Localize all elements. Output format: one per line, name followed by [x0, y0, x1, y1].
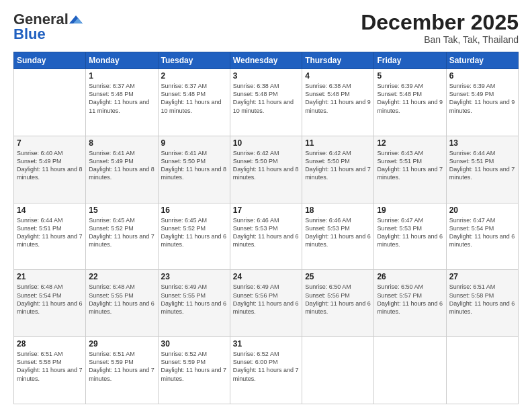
- daylight-text: Daylight: 11 hours and 9 minutes.: [449, 98, 515, 114]
- table-row: 30 Sunrise: 6:52 AM Sunset: 5:59 PM Dayl…: [158, 337, 230, 404]
- day-info: Sunrise: 6:44 AM Sunset: 5:51 PM Dayligh…: [17, 216, 83, 249]
- daylight-text: Daylight: 11 hours and 6 minutes.: [449, 300, 515, 316]
- sunset-text: Sunset: 5:59 PM: [89, 358, 154, 366]
- sunrise-text: Sunrise: 6:45 AM: [161, 216, 227, 224]
- day-number: 27: [449, 272, 515, 281]
- day-number: 5: [377, 71, 443, 81]
- day-number: 15: [89, 205, 154, 215]
- day-number: 2: [161, 71, 227, 81]
- day-number: 13: [449, 138, 515, 148]
- day-info: Sunrise: 6:37 AM Sunset: 5:48 PM Dayligh…: [89, 82, 154, 115]
- sunset-text: Sunset: 5:49 PM: [89, 157, 154, 165]
- sunrise-text: Sunrise: 6:49 AM: [161, 283, 227, 291]
- day-info: Sunrise: 6:51 AM Sunset: 5:59 PM Dayligh…: [89, 350, 154, 383]
- daylight-text: Daylight: 11 hours and 9 minutes.: [377, 98, 443, 114]
- sunset-text: Sunset: 5:59 PM: [161, 358, 227, 366]
- table-row: [374, 337, 446, 404]
- sunrise-text: Sunrise: 6:42 AM: [233, 149, 299, 157]
- day-number: 30: [161, 339, 227, 349]
- day-info: Sunrise: 6:50 AM Sunset: 5:56 PM Dayligh…: [305, 283, 371, 316]
- table-row: 7 Sunrise: 6:40 AM Sunset: 5:49 PM Dayli…: [14, 136, 86, 203]
- sunset-text: Sunset: 5:50 PM: [161, 157, 227, 165]
- sunrise-text: Sunrise: 6:47 AM: [449, 216, 515, 224]
- day-info: Sunrise: 6:41 AM Sunset: 5:49 PM Dayligh…: [89, 149, 154, 182]
- day-info: Sunrise: 6:38 AM Sunset: 5:48 PM Dayligh…: [233, 82, 299, 115]
- table-row: 29 Sunrise: 6:51 AM Sunset: 5:59 PM Dayl…: [86, 337, 158, 404]
- table-row: 21 Sunrise: 6:48 AM Sunset: 5:54 PM Dayl…: [14, 270, 86, 337]
- table-row: 9 Sunrise: 6:41 AM Sunset: 5:50 PM Dayli…: [158, 136, 230, 203]
- day-info: Sunrise: 6:52 AM Sunset: 5:59 PM Dayligh…: [161, 350, 227, 383]
- logo: General Blue: [13, 11, 83, 43]
- table-row: 25 Sunrise: 6:50 AM Sunset: 5:56 PM Dayl…: [302, 270, 374, 337]
- location: Ban Tak, Tak, Thailand: [361, 34, 519, 45]
- col-thursday: Thursday: [302, 52, 374, 69]
- table-row: 8 Sunrise: 6:41 AM Sunset: 5:49 PM Dayli…: [86, 136, 158, 203]
- daylight-text: Daylight: 11 hours and 8 minutes.: [161, 165, 227, 181]
- sunset-text: Sunset: 5:49 PM: [449, 90, 515, 98]
- sunrise-text: Sunrise: 6:49 AM: [233, 283, 299, 291]
- sunrise-text: Sunrise: 6:38 AM: [233, 82, 299, 90]
- table-row: 14 Sunrise: 6:44 AM Sunset: 5:51 PM Dayl…: [14, 203, 86, 270]
- sunset-text: Sunset: 5:58 PM: [449, 291, 515, 300]
- table-row: 12 Sunrise: 6:43 AM Sunset: 5:51 PM Dayl…: [374, 136, 446, 203]
- day-info: Sunrise: 6:49 AM Sunset: 5:56 PM Dayligh…: [233, 283, 299, 316]
- sunrise-text: Sunrise: 6:39 AM: [377, 82, 443, 90]
- daylight-text: Daylight: 11 hours and 11 minutes.: [89, 98, 154, 114]
- day-number: 31: [233, 339, 299, 349]
- day-info: Sunrise: 6:42 AM Sunset: 5:50 PM Dayligh…: [233, 149, 299, 182]
- day-number: 29: [89, 339, 154, 349]
- table-row: 2 Sunrise: 6:37 AM Sunset: 5:48 PM Dayli…: [158, 69, 230, 136]
- daylight-text: Daylight: 11 hours and 6 minutes.: [449, 232, 515, 248]
- sunset-text: Sunset: 5:51 PM: [449, 157, 515, 165]
- sunset-text: Sunset: 5:56 PM: [305, 291, 371, 300]
- col-sunday: Sunday: [14, 52, 86, 69]
- daylight-text: Daylight: 11 hours and 8 minutes.: [89, 165, 154, 181]
- sunrise-text: Sunrise: 6:50 AM: [305, 283, 371, 291]
- sunrise-text: Sunrise: 6:48 AM: [89, 283, 154, 291]
- day-number: 23: [161, 272, 227, 281]
- day-info: Sunrise: 6:40 AM Sunset: 5:49 PM Dayligh…: [17, 149, 83, 182]
- calendar: Sunday Monday Tuesday Wednesday Thursday…: [13, 52, 519, 404]
- day-info: Sunrise: 6:41 AM Sunset: 5:50 PM Dayligh…: [161, 149, 227, 182]
- day-number: 11: [305, 138, 371, 148]
- sunset-text: Sunset: 5:54 PM: [17, 291, 83, 300]
- col-saturday: Saturday: [446, 52, 518, 69]
- day-info: Sunrise: 6:39 AM Sunset: 5:49 PM Dayligh…: [449, 82, 515, 115]
- table-row: [14, 69, 86, 136]
- day-number: 28: [17, 339, 83, 349]
- day-number: 6: [449, 71, 515, 81]
- sunrise-text: Sunrise: 6:45 AM: [89, 216, 154, 224]
- daylight-text: Daylight: 11 hours and 7 minutes.: [17, 232, 83, 248]
- table-row: 27 Sunrise: 6:51 AM Sunset: 5:58 PM Dayl…: [446, 270, 518, 337]
- day-info: Sunrise: 6:51 AM Sunset: 5:58 PM Dayligh…: [17, 350, 83, 383]
- day-number: 16: [161, 205, 227, 215]
- daylight-text: Daylight: 11 hours and 10 minutes.: [161, 98, 227, 114]
- sunset-text: Sunset: 5:55 PM: [89, 291, 154, 300]
- day-number: 7: [17, 138, 83, 148]
- day-info: Sunrise: 6:38 AM Sunset: 5:48 PM Dayligh…: [305, 82, 371, 115]
- sunset-text: Sunset: 5:48 PM: [233, 90, 299, 98]
- col-tuesday: Tuesday: [158, 52, 230, 69]
- day-info: Sunrise: 6:50 AM Sunset: 5:57 PM Dayligh…: [377, 283, 443, 316]
- day-info: Sunrise: 6:44 AM Sunset: 5:51 PM Dayligh…: [449, 149, 515, 182]
- table-row: 22 Sunrise: 6:48 AM Sunset: 5:55 PM Dayl…: [86, 270, 158, 337]
- sunrise-text: Sunrise: 6:52 AM: [233, 350, 299, 358]
- sunrise-text: Sunrise: 6:44 AM: [449, 149, 515, 157]
- daylight-text: Daylight: 11 hours and 6 minutes.: [17, 300, 83, 316]
- title-area: December 2025 Ban Tak, Tak, Thailand: [361, 11, 519, 45]
- daylight-text: Daylight: 11 hours and 6 minutes.: [305, 232, 371, 248]
- col-friday: Friday: [374, 52, 446, 69]
- daylight-text: Daylight: 11 hours and 6 minutes.: [377, 300, 443, 316]
- daylight-text: Daylight: 11 hours and 7 minutes.: [89, 366, 154, 382]
- day-number: 12: [377, 138, 443, 148]
- sunset-text: Sunset: 5:58 PM: [17, 358, 83, 366]
- sunset-text: Sunset: 5:50 PM: [233, 157, 299, 165]
- daylight-text: Daylight: 11 hours and 7 minutes.: [377, 165, 443, 181]
- sunset-text: Sunset: 5:51 PM: [17, 224, 83, 232]
- sunset-text: Sunset: 6:00 PM: [233, 358, 299, 366]
- day-info: Sunrise: 6:45 AM Sunset: 5:52 PM Dayligh…: [89, 216, 154, 249]
- sunrise-text: Sunrise: 6:40 AM: [17, 149, 83, 157]
- day-info: Sunrise: 6:45 AM Sunset: 5:52 PM Dayligh…: [161, 216, 227, 249]
- calendar-week-4: 28 Sunrise: 6:51 AM Sunset: 5:58 PM Dayl…: [14, 337, 519, 404]
- day-number: 18: [305, 205, 371, 215]
